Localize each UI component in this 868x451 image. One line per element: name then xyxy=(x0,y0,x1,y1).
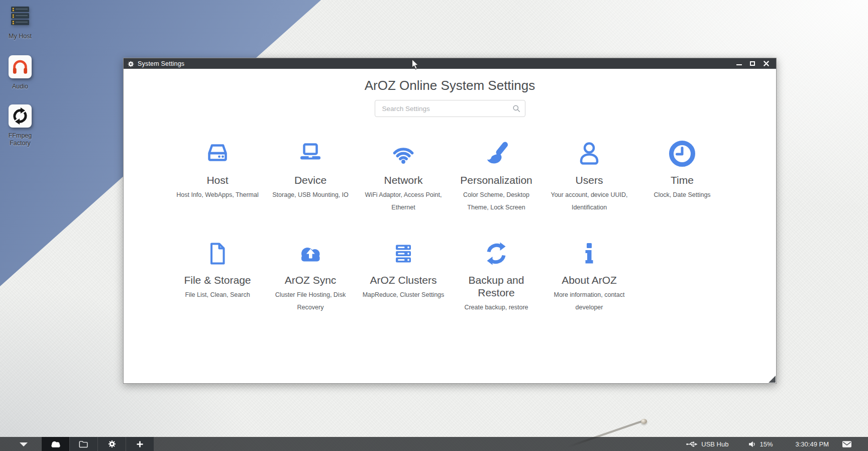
tray-messages[interactable] xyxy=(842,441,851,447)
usb-icon xyxy=(686,441,698,447)
window-title: System Settings xyxy=(138,60,184,67)
settings-category-aroz-clusters[interactable]: ArOZ Clusters MapReduce, Cluster Setting… xyxy=(357,238,450,314)
file-storage-document-icon xyxy=(171,238,264,267)
personalization-brush-icon xyxy=(450,138,543,167)
plus-icon xyxy=(136,440,144,448)
settings-grid: Host Host Info, WebApps, Thermal Device xyxy=(171,138,729,314)
settings-category-file-storage[interactable]: File & Storage File List, Clean, Search xyxy=(171,238,264,314)
settings-category-time[interactable]: Time Clock, Date Settings xyxy=(636,138,729,214)
aroz-clusters-server-stack-icon xyxy=(357,238,450,267)
backup-restore-sync-icon xyxy=(450,238,543,267)
desktop-icon-label: FFmpeg Factory xyxy=(3,132,38,147)
settings-category-aroz-sync[interactable]: ArOZ Sync Cluster File Hosting, Disk Rec… xyxy=(264,238,357,314)
category-title: About ArOZ xyxy=(543,274,636,286)
gear-icon xyxy=(108,440,116,448)
category-subtitle: Clock, Date Settings xyxy=(636,189,729,201)
page-title: ArOZ Online System Settings xyxy=(124,78,776,93)
taskbar-tray: USB Hub 15% 3:30:49 PM xyxy=(686,437,868,451)
category-title: Backup and Restore xyxy=(450,274,543,299)
settings-category-device[interactable]: Device Storage, USB Mounting, IO xyxy=(264,138,357,214)
settings-category-users[interactable]: Users Your account, device UUID, Identif… xyxy=(543,138,636,214)
wire-anchor-decoration xyxy=(641,419,647,424)
maximize-icon xyxy=(750,61,755,66)
category-subtitle: WiFi Adaptor, Access Point, Ethernet xyxy=(357,189,450,214)
category-subtitle: Create backup, restore xyxy=(450,301,543,314)
category-title: Network xyxy=(357,174,450,186)
about-info-icon xyxy=(543,238,636,267)
close-button[interactable] xyxy=(763,60,770,67)
network-wifi-icon xyxy=(357,138,450,167)
cloud-icon xyxy=(50,440,62,448)
desktop-icon-audio[interactable]: Audio xyxy=(3,55,38,90)
settings-category-network[interactable]: Network WiFi Adaptor, Access Point, Ethe… xyxy=(357,138,450,214)
window-resize-handle[interactable] xyxy=(769,376,776,383)
category-subtitle: File List, Clean, Search xyxy=(171,289,264,301)
search-icon xyxy=(512,104,520,112)
taskbar-item-add-app[interactable] xyxy=(126,437,154,451)
host-drive-icon xyxy=(171,138,264,167)
time-clock-icon xyxy=(636,138,729,167)
desktop-icon-label: Audio xyxy=(3,83,38,90)
envelope-icon xyxy=(842,441,851,447)
headphones-icon xyxy=(9,55,32,78)
speaker-icon xyxy=(748,441,756,447)
gear-icon xyxy=(128,60,134,67)
tray-usb[interactable]: USB Hub xyxy=(686,440,728,448)
category-subtitle: Cluster File Hosting, Disk Recovery xyxy=(264,289,357,314)
minimize-button[interactable] xyxy=(735,60,742,67)
window-titlebar[interactable]: System Settings xyxy=(124,58,776,69)
settings-category-backup-restore[interactable]: Backup and Restore Create backup, restor… xyxy=(450,238,543,314)
taskbar-item-file-manager[interactable] xyxy=(70,437,97,451)
device-laptop-icon xyxy=(264,138,357,167)
search-box xyxy=(375,100,525,117)
clock-label[interactable]: 3:30:49 PM xyxy=(796,440,829,448)
category-title: Device xyxy=(264,174,357,186)
category-title: ArOZ Clusters xyxy=(357,274,450,286)
category-title: Personalization xyxy=(450,174,543,186)
category-subtitle: More information, contact developer xyxy=(543,289,636,314)
desktop: My Host Audio FFmpeg Factory xyxy=(0,0,868,451)
taskbar-expand-caret-icon[interactable] xyxy=(20,442,28,446)
system-settings-window: System Settings ArOZ Online System Setti… xyxy=(123,58,777,384)
search-input[interactable] xyxy=(375,100,525,117)
recycle-arrows-icon xyxy=(9,104,32,128)
settings-row-2: File & Storage File List, Clean, Search xyxy=(171,238,729,314)
settings-category-host[interactable]: Host Host Info, WebApps, Thermal xyxy=(171,138,264,214)
desktop-icon-ffmpeg-factory[interactable]: FFmpeg Factory xyxy=(3,104,38,147)
usb-hub-label: USB Hub xyxy=(701,440,728,448)
category-title: File & Storage xyxy=(171,274,264,286)
taskbar: USB Hub 15% 3:30:49 PM xyxy=(0,437,868,451)
taskbar-item-settings[interactable] xyxy=(98,437,126,451)
category-title: Time xyxy=(636,174,729,186)
category-subtitle: MapReduce, Cluster Settings xyxy=(357,289,450,301)
category-subtitle: Host Info, WebApps, Thermal xyxy=(171,189,264,201)
close-icon xyxy=(764,61,769,66)
folder-icon xyxy=(79,440,88,448)
volume-percent-label: 15% xyxy=(759,440,773,448)
category-title: Host xyxy=(171,174,264,186)
taskbar-item-desktop[interactable] xyxy=(42,437,69,451)
taskbar-app-blocks xyxy=(42,437,154,451)
server-icon xyxy=(9,5,32,28)
category-subtitle: Storage, USB Mounting, IO xyxy=(264,189,357,201)
category-title: ArOZ Sync xyxy=(264,274,357,286)
users-person-icon xyxy=(543,138,636,167)
category-subtitle: Color Scheme, Desktop Theme, Lock Screen xyxy=(450,189,543,214)
desktop-icon-my-host[interactable]: My Host xyxy=(3,5,38,40)
tray-volume[interactable]: 15% xyxy=(748,440,773,448)
settings-category-about-aroz[interactable]: About ArOZ More information, contact dev… xyxy=(543,238,636,314)
maximize-button[interactable] xyxy=(749,60,756,67)
desktop-icon-label: My Host xyxy=(3,33,38,40)
aroz-sync-cloud-upload-icon xyxy=(264,238,357,267)
settings-category-personalization[interactable]: Personalization Color Scheme, Desktop Th… xyxy=(450,138,543,214)
category-title: Users xyxy=(543,174,636,186)
category-subtitle: Your account, device UUID, Identificatio… xyxy=(543,189,636,214)
minimize-icon xyxy=(736,64,742,65)
settings-row-1: Host Host Info, WebApps, Thermal Device xyxy=(171,138,729,214)
window-content: ArOZ Online System Settings xyxy=(124,69,776,383)
